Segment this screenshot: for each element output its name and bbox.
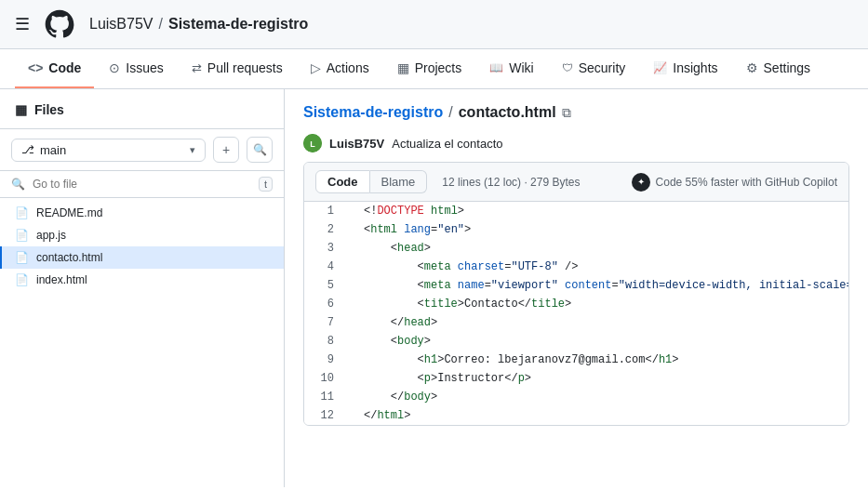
- line-content: <title>Contacto</title>: [349, 295, 586, 313]
- line-content: <head>: [349, 239, 446, 258]
- tab-insights[interactable]: 📈 Insights: [640, 49, 730, 88]
- nav-username[interactable]: LuisB75V: [89, 16, 154, 33]
- table-row: 6 <title>Contacto</title>: [304, 295, 848, 313]
- breadcrumb-separator: /: [448, 104, 452, 121]
- line-content: </head>: [349, 313, 452, 332]
- tab-pull-requests[interactable]: ⇄ Pull requests: [179, 49, 296, 88]
- sidebar-toolbar: ⎇ main ▾ + 🔍: [0, 129, 284, 171]
- table-row: 11 </body>: [304, 388, 848, 406]
- file-name: README.md: [36, 206, 102, 219]
- tab-issues[interactable]: ⊙ Issues: [96, 49, 176, 88]
- copilot-badge: ✦ Code 55% faster with GitHub Copilot: [632, 173, 837, 192]
- line-content: <html lang="en">: [349, 220, 486, 239]
- security-icon: 🛡: [562, 61, 573, 74]
- code-icon: <>: [28, 60, 43, 75]
- commit-message: Actualiza el contacto: [392, 137, 502, 151]
- actions-icon: ▷: [311, 60, 321, 75]
- code-toolbar: Code Blame 12 lines (12 loc) · 279 Bytes…: [304, 163, 848, 202]
- tab-code[interactable]: <> Code: [15, 49, 94, 88]
- table-row: 5 <meta name="viewport" content="width=d…: [304, 276, 848, 295]
- search-files-button[interactable]: 🔍: [247, 137, 273, 163]
- line-number[interactable]: 4: [304, 258, 349, 276]
- list-item[interactable]: 📄 README.md: [0, 202, 284, 224]
- line-number[interactable]: 11: [304, 388, 349, 406]
- commit-bar: L LuisB75V Actualiza el contacto: [303, 134, 849, 152]
- list-item[interactable]: 📄 index.html: [0, 269, 284, 291]
- file-name: app.js: [36, 229, 66, 242]
- line-content: </html>: [349, 406, 425, 425]
- line-number[interactable]: 1: [304, 202, 349, 220]
- code-meta: 12 lines (12 loc) · 279 Bytes: [442, 176, 631, 189]
- github-logo: [45, 9, 74, 39]
- avatar: L: [303, 134, 322, 152]
- copilot-icon: ✦: [632, 173, 650, 192]
- copy-path-icon[interactable]: ⧉: [562, 105, 571, 121]
- line-number[interactable]: 6: [304, 295, 349, 313]
- line-content: <body>: [349, 332, 446, 351]
- commit-author[interactable]: LuisB75V: [329, 137, 384, 151]
- hamburger-icon[interactable]: ☰: [15, 14, 30, 34]
- branch-icon: ⎇: [21, 143, 34, 156]
- line-content: <meta name="viewport" content="width=dev…: [349, 276, 848, 295]
- content-area: Sistema-de-registro / contacto.html ⧉ L …: [285, 89, 868, 487]
- branch-selector[interactable]: ⎇ main ▾: [11, 139, 206, 162]
- blame-tab-button[interactable]: Blame: [370, 170, 428, 193]
- line-number[interactable]: 7: [304, 313, 349, 332]
- line-number[interactable]: 9: [304, 351, 349, 369]
- copilot-text: Code 55% faster with GitHub Copilot: [656, 176, 837, 189]
- line-content: <h1>Correo: lbejaranovz7@gmail.com</h1>: [349, 351, 693, 369]
- file-name: index.html: [36, 273, 87, 286]
- line-number[interactable]: 12: [304, 406, 349, 425]
- insights-icon: 📈: [653, 61, 667, 74]
- search-shortcut-key: t: [259, 177, 273, 192]
- line-number[interactable]: 10: [304, 369, 349, 388]
- files-panel-icon: ▦: [15, 102, 27, 117]
- list-item-active[interactable]: 📄 contacto.html: [0, 246, 284, 269]
- table-row: 4 <meta charset="UTF-8" />: [304, 258, 848, 276]
- settings-icon: ⚙: [746, 60, 758, 75]
- line-number[interactable]: 8: [304, 332, 349, 351]
- nav-sep: /: [159, 16, 163, 33]
- top-nav: ☰ LuisB75V / Sistema-de-registro: [0, 0, 868, 49]
- add-file-button[interactable]: +: [213, 137, 239, 163]
- code-body: 1<!DOCTYPE html>2<html lang="en">3 <head…: [304, 202, 848, 425]
- sidebar-header: ▦ Files: [0, 89, 284, 129]
- tab-projects[interactable]: ▦ Projects: [384, 49, 475, 88]
- line-content: </body>: [349, 388, 452, 406]
- nav-reponame[interactable]: Sistema-de-registro: [168, 16, 308, 33]
- tab-settings[interactable]: ⚙ Settings: [733, 49, 824, 88]
- line-number[interactable]: 5: [304, 276, 349, 295]
- search-input[interactable]: [33, 178, 251, 191]
- table-row: 8 <body>: [304, 332, 848, 351]
- table-row: 9 <h1>Correo: lbejaranovz7@gmail.com</h1…: [304, 351, 848, 369]
- issues-icon: ⊙: [109, 60, 120, 75]
- line-content: <p>Instructor</p>: [349, 369, 546, 388]
- repo-nav: <> Code ⊙ Issues ⇄ Pull requests ▷ Actio…: [0, 49, 868, 89]
- tab-wiki[interactable]: 📖 Wiki: [476, 49, 546, 88]
- tab-security[interactable]: 🛡 Security: [549, 49, 639, 88]
- file-icon: 📄: [15, 251, 29, 264]
- list-item[interactable]: 📄 app.js: [0, 224, 284, 246]
- file-name: contacto.html: [36, 251, 102, 264]
- wiki-icon: 📖: [489, 61, 503, 74]
- table-row: 7 </head>: [304, 313, 848, 332]
- branch-name: main: [40, 143, 184, 157]
- table-row: 3 <head>: [304, 239, 848, 258]
- line-content: <meta charset="UTF-8" />: [349, 258, 593, 276]
- table-row: 1<!DOCTYPE html>: [304, 202, 848, 220]
- nav-user-repo: LuisB75V / Sistema-de-registro: [89, 16, 308, 33]
- line-content: <!DOCTYPE html>: [349, 202, 479, 220]
- line-number[interactable]: 2: [304, 220, 349, 239]
- search-icon: 🔍: [11, 178, 25, 191]
- code-container: Code Blame 12 lines (12 loc) · 279 Bytes…: [303, 162, 849, 426]
- breadcrumb-repo-link[interactable]: Sistema-de-registro: [303, 104, 443, 121]
- file-icon: 📄: [15, 273, 29, 286]
- line-number[interactable]: 3: [304, 239, 349, 258]
- code-tab-button[interactable]: Code: [315, 170, 370, 193]
- breadcrumb: Sistema-de-registro / contacto.html ⧉: [303, 104, 849, 121]
- file-list: 📄 README.md 📄 app.js 📄 contacto.html 📄 i…: [0, 198, 284, 295]
- tab-actions[interactable]: ▷ Actions: [298, 49, 382, 88]
- pr-icon: ⇄: [192, 61, 202, 75]
- file-icon: 📄: [15, 206, 29, 219]
- table-row: 12</html>: [304, 406, 848, 425]
